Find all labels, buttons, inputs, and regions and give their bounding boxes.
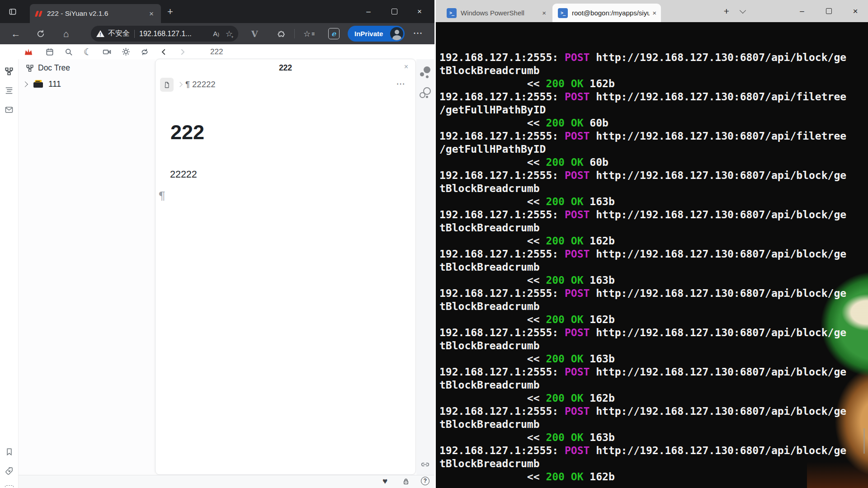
add-favorite-icon[interactable]: ☆+ [226,30,233,38]
log-size: 163b [584,274,615,286]
siyuan-app: ☾ 222 [0,44,434,488]
terminal-tab-close-icon[interactable]: × [542,9,546,17]
inbox-dock-icon[interactable] [0,102,18,117]
help-icon[interactable]: ? [421,477,429,485]
terminal-new-tab-button[interactable]: + [720,5,733,18]
notebook-expand-chevron-icon[interactable] [22,81,28,87]
nav-back-chevron-icon[interactable] [156,44,171,59]
terminal-screen[interactable]: 192.168.127.1:2555: POST http://192.168.… [436,22,868,488]
terminal-line: tBlockBreadcrumb [439,339,868,352]
document-heading[interactable]: 222 [170,121,204,144]
sponsor-heart-icon[interactable]: ♥ [382,476,387,486]
log-source: 192.168.127.1:2555: [439,52,565,63]
new-tab-button[interactable]: + [167,6,173,18]
terminal-result-line: << 200 OK 60b [439,156,868,169]
dark-mode-moon-icon[interactable]: ☾ [80,44,95,59]
search-icon[interactable] [61,44,76,59]
tab-close-icon[interactable]: × [147,9,156,19]
back-button[interactable]: ← [7,23,25,44]
left-dock [0,59,19,488]
video-camera-icon[interactable] [99,44,114,59]
document-paragraph[interactable]: 22222 [170,169,197,180]
terminal-maximize-button[interactable] [818,0,839,22]
browser-tab[interactable]: 222 - SiYuan v2.1.6 × [30,4,161,23]
sync-icon[interactable] [137,44,152,59]
siyuan-logo-crown-icon[interactable] [21,44,36,59]
daily-note-calendar-icon[interactable] [42,44,57,59]
doc-tree-dock-icon[interactable] [0,64,18,79]
outline-dock-icon[interactable] [0,83,18,98]
terminal-line: 192.168.127.1:2555: POST http://192.168.… [439,208,868,221]
log-method: POST [565,130,590,142]
terminal-line: 192.168.127.1:2555: POST http://192.168.… [439,248,868,261]
terminal-line: 192.168.127.1:2555: POST http://192.168.… [439,405,868,418]
log-method: POST [565,209,590,221]
terminal-tab-ssh[interactable]: >_ root@bogon:/myapps/siyuan/ × [552,4,661,22]
terminal-scrollbar[interactable] [863,428,865,454]
terminal-tab-close-icon[interactable]: × [652,9,656,17]
log-url: http://192.168.127.130:6807/api/block/ge [590,366,846,378]
extensions-puzzle-icon[interactable] [272,23,290,44]
global-graph-icon[interactable] [419,87,432,101]
log-url: http://192.168.127.130:6807/api/block/ge [590,52,846,63]
notebook-row[interactable]: 111 [23,79,61,89]
log-method: POST [565,366,590,378]
terminal-minimize-button[interactable]: – [792,0,812,22]
log-url-continued: tBlockBreadcrumb [439,340,540,352]
terminal-log: 192.168.127.1:2555: POST http://192.168.… [439,51,868,483]
tab-actions-icon[interactable] [5,5,19,19]
terminal-tab-dropdown-icon[interactable] [740,7,746,14]
terminal-window: >_ Windows PowerShell × >_ root@bogon:/m… [436,0,868,488]
log-size: 162b [584,392,615,404]
log-size: 162b [584,314,615,325]
browser-maximize-button[interactable] [384,0,405,23]
inprivate-label: InPrivate [354,30,383,38]
log-status: 200 OK [546,392,583,404]
terminal-tab-powershell[interactable]: >_ Windows PowerShell × [441,4,551,22]
log-arrow: << [527,471,546,483]
siyuan-toolbar: ☾ 222 [0,44,434,59]
dock-hide-icon[interactable] [0,481,18,488]
log-arrow: << [527,156,546,168]
editor-tab-title: 222 [156,63,415,73]
address-bar[interactable]: ! 不安全 192.168.127.1... A) ☆+ [91,26,238,42]
backlinks-graph-icon[interactable] [419,66,432,79]
log-status: 200 OK [546,353,583,365]
log-size: 60b [584,117,609,129]
log-url-continued: tBlockBreadcrumb [439,418,540,430]
screen: 222 - SiYuan v2.1.6 × + – × ← ⌂ ! 不安全 19… [0,0,868,488]
log-status: 200 OK [546,274,583,286]
link-icon[interactable] [420,460,431,469]
home-button[interactable]: ⌂ [57,23,75,44]
powershell-icon: >_ [447,8,457,18]
inprivate-badge[interactable]: InPrivate [348,26,405,42]
editor-tab-bar[interactable]: 222 × [156,59,415,76]
read-aloud-icon[interactable]: A) [213,30,219,38]
browser-menu-icon[interactable]: ··· [409,23,427,44]
log-status: 200 OK [546,117,583,129]
reload-button[interactable] [32,23,50,44]
nav-forward-chevron-icon[interactable] [175,44,190,59]
breadcrumb-block-item[interactable]: ¶ 22222 [185,80,216,89]
address-divider [134,30,135,38]
tag-dock-icon[interactable] [0,463,18,479]
browser-close-button[interactable]: × [409,0,430,23]
breadcrumb-more-icon[interactable]: ··· [397,80,406,88]
lock-icon[interactable] [402,477,410,486]
terminal-close-button[interactable]: × [845,0,866,22]
settings-gear-icon[interactable] [118,44,133,59]
ie-mode-icon[interactable]: e [325,23,343,44]
favorites-icon[interactable]: ☆≡ [300,23,318,44]
bookmark-dock-icon[interactable] [0,444,18,460]
terminal-result-line: << 200 OK 163b [439,352,868,366]
browser-minimize-button[interactable]: – [358,0,379,23]
log-arrow: << [527,274,546,286]
log-method: POST [565,91,590,103]
document-icon[interactable] [160,78,174,92]
log-size: 162b [584,471,615,483]
vue-devtools-extension-icon[interactable]: V [245,23,264,44]
status-bar: ♥ ? [19,475,434,488]
terminal-line: /getFullHPathByID [439,103,868,117]
log-url-continued: /getFullHPathByID [439,143,546,155]
editor-tab-close-icon[interactable]: × [404,63,408,70]
